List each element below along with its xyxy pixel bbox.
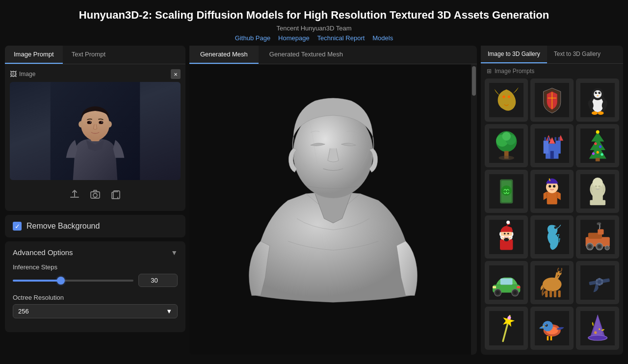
svg-point-83 xyxy=(554,226,556,229)
svg-rect-87 xyxy=(598,229,603,234)
gallery-item[interactable] xyxy=(530,124,574,167)
svg-point-74 xyxy=(598,185,601,187)
svg-point-57 xyxy=(596,130,599,133)
mesh-scrollbar[interactable] xyxy=(471,64,477,355)
github-link[interactable]: Github Page xyxy=(235,34,270,42)
svg-point-23 xyxy=(598,92,600,94)
slider-thumb[interactable] xyxy=(57,277,65,285)
octree-resolution-label: Octree Resolution xyxy=(13,294,178,301)
advanced-options-box: Advanced Options ▼ Inference Steps Octr xyxy=(5,241,185,332)
gallery-item[interactable] xyxy=(576,307,619,350)
svg-point-81 xyxy=(504,238,509,241)
svg-point-91 xyxy=(598,245,601,248)
svg-point-66 xyxy=(553,185,555,187)
gallery-item[interactable] xyxy=(485,124,528,167)
advanced-options-header[interactable]: Advanced Options ▼ xyxy=(13,248,178,257)
remove-background-box: ✓ Remove Background xyxy=(5,215,185,237)
svg-point-55 xyxy=(592,152,595,155)
tab-generated-mesh[interactable]: Generated Mesh xyxy=(189,46,259,64)
person-svg xyxy=(46,82,144,180)
upload-icons-row xyxy=(10,185,181,206)
octree-resolution-row: Octree Resolution 256 ▼ xyxy=(13,294,178,318)
svg-point-3 xyxy=(87,121,92,124)
technical-report-link[interactable]: Technical Report xyxy=(317,34,365,42)
inference-steps-slider-container[interactable] xyxy=(13,276,133,286)
gallery-item[interactable] xyxy=(485,261,528,304)
svg-point-114 xyxy=(598,280,601,284)
image-label: 🖼 Image xyxy=(10,70,35,78)
upload-file-button[interactable] xyxy=(69,189,80,202)
tab-text-to-3d-gallery[interactable]: Text to 3D Gallery xyxy=(547,46,607,63)
left-panel-container: Image Prompt Text Prompt 🖼 Image × xyxy=(5,46,185,211)
inference-steps-row: Inference Steps xyxy=(13,263,178,287)
gallery-section-title: ⊞ Image Prompts xyxy=(485,68,619,75)
svg-point-129 xyxy=(545,324,548,326)
image-label-row: 🖼 Image × xyxy=(10,69,181,79)
right-panel: Image to 3D Gallery Text to 3D Gallery ⊞… xyxy=(481,46,623,355)
gallery-item[interactable] xyxy=(576,215,619,259)
uploaded-image-preview[interactable] xyxy=(10,82,181,180)
svg-point-104 xyxy=(543,277,562,291)
svg-point-139 xyxy=(599,328,601,330)
homepage-link[interactable]: Homepage xyxy=(278,34,310,42)
tab-image-to-3d-gallery[interactable]: Image to 3D Gallery xyxy=(481,46,547,63)
inference-steps-input[interactable] xyxy=(138,274,178,287)
slider-track xyxy=(13,280,133,282)
svg-point-8 xyxy=(107,121,112,128)
svg-point-78 xyxy=(506,221,510,224)
image-icon: 🖼 xyxy=(10,70,17,78)
gallery-item[interactable] xyxy=(530,170,574,213)
main-layout: Image Prompt Text Prompt 🖼 Image × xyxy=(0,46,628,355)
svg-point-80 xyxy=(507,233,509,234)
svg-point-56 xyxy=(601,153,603,156)
svg-point-36 xyxy=(498,156,514,160)
gallery-item[interactable] xyxy=(530,261,574,304)
svg-point-52 xyxy=(594,142,597,145)
gallery-item[interactable] xyxy=(485,307,528,350)
svg-point-93 xyxy=(597,222,601,225)
svg-rect-107 xyxy=(545,290,548,297)
gallery-item[interactable] xyxy=(530,215,574,259)
svg-rect-131 xyxy=(547,336,549,340)
gallery-item[interactable] xyxy=(576,261,619,304)
close-image-button[interactable]: × xyxy=(171,69,181,79)
svg-point-6 xyxy=(102,122,103,123)
gallery-item[interactable] xyxy=(485,170,528,213)
gallery-item[interactable] xyxy=(485,215,528,259)
mesh-3d-svg xyxy=(215,77,451,342)
remove-bg-label: Remove Background xyxy=(26,222,100,231)
mesh-viewport[interactable] xyxy=(189,64,477,355)
gallery-item[interactable] xyxy=(485,78,528,122)
remove-bg-checkbox[interactable]: ✓ xyxy=(13,222,22,231)
svg-point-92 xyxy=(605,246,609,250)
svg-point-4 xyxy=(99,121,103,124)
models-link[interactable]: Models xyxy=(372,34,393,42)
svg-point-98 xyxy=(496,291,499,294)
svg-point-65 xyxy=(549,185,551,187)
tab-generated-textured-mesh[interactable]: Generated Textured Mesh xyxy=(259,46,354,64)
svg-rect-102 xyxy=(517,286,520,288)
gallery-item[interactable] xyxy=(530,78,574,122)
svg-point-15 xyxy=(502,95,505,98)
svg-point-116 xyxy=(601,279,603,281)
gallery-item[interactable] xyxy=(576,78,619,122)
page-header: Hunyuan3D-2: Scaling Diffusion Models fo… xyxy=(0,0,628,46)
svg-point-100 xyxy=(513,291,517,294)
svg-point-117 xyxy=(601,283,603,285)
svg-rect-108 xyxy=(550,290,552,297)
svg-point-105 xyxy=(557,271,562,275)
inference-steps-label: Inference Steps xyxy=(13,263,178,271)
svg-point-14 xyxy=(508,95,510,98)
gallery-item[interactable] xyxy=(576,124,619,167)
gallery-item[interactable] xyxy=(576,170,619,213)
gallery-section: ⊞ Image Prompts xyxy=(481,64,623,355)
svg-rect-48 xyxy=(554,137,556,140)
gallery-grid xyxy=(485,78,619,350)
tab-image-prompt[interactable]: Image Prompt xyxy=(5,46,63,64)
tab-text-prompt[interactable]: Text Prompt xyxy=(63,46,114,64)
octree-resolution-select[interactable]: 256 ▼ xyxy=(13,304,178,318)
camera-button[interactable] xyxy=(90,189,101,202)
image-label-text: Image xyxy=(19,71,35,78)
clipboard-button[interactable] xyxy=(110,189,121,202)
gallery-item[interactable] xyxy=(530,307,574,350)
